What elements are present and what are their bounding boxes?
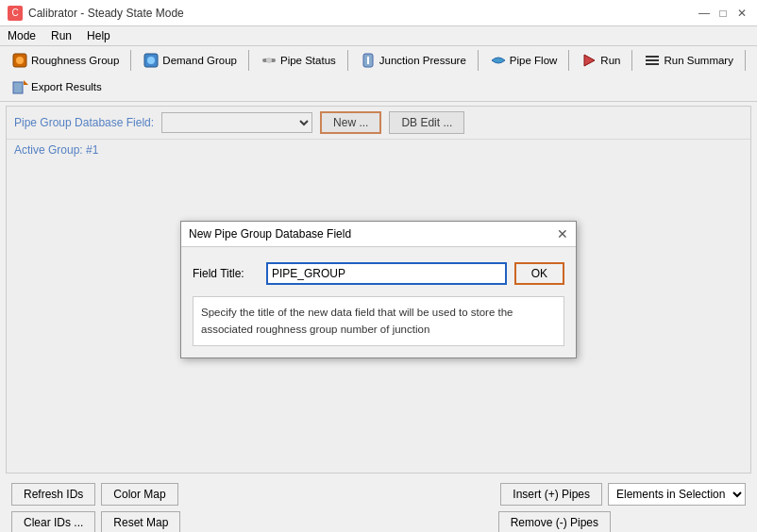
export-results-icon (11, 78, 28, 95)
roughness-group-icon (11, 52, 28, 69)
svg-rect-10 (646, 59, 659, 61)
toolbar-run[interactable]: Run (575, 49, 626, 72)
run-icon (580, 52, 597, 69)
modal-body: Field Title: OK Specify the title of the… (181, 247, 576, 357)
modal-title: New Pipe Group Database Field (189, 227, 351, 241)
bottom-row-2: Clear IDs ... Reset Map Remove (-) Pipes (6, 509, 751, 532)
modal-description: Specify the title of the new data field … (193, 296, 564, 346)
toolbar: Roughness Group Demand Group Pipe Status… (0, 46, 757, 102)
svg-rect-9 (646, 56, 659, 58)
toolbar-run-label: Run (600, 55, 620, 66)
separator-7 (745, 50, 746, 71)
refresh-ids-button[interactable]: Refresh IDs (11, 483, 95, 506)
toolbar-run-summary-label: Run Summary (664, 55, 733, 66)
demand-group-icon (143, 52, 160, 69)
modal-close-button[interactable]: ✕ (557, 226, 568, 241)
menu-run[interactable]: Run (51, 29, 72, 42)
toolbar-pipe-flow[interactable]: Pipe Flow (484, 49, 564, 72)
pipe-flow-icon (490, 52, 507, 69)
modal-ok-button[interactable]: OK (514, 262, 564, 285)
toolbar-run-summary[interactable]: Run Summary (638, 49, 739, 72)
clear-ids-button[interactable]: Clear IDs ... (11, 511, 95, 532)
remove-pipes-button[interactable]: Remove (-) Pipes (498, 511, 611, 532)
junction-pressure-icon (360, 52, 377, 69)
app-icon: C (8, 6, 23, 21)
title-bar-controls: — □ ✕ (697, 6, 749, 21)
toolbar-pipe-status-label: Pipe Status (280, 55, 336, 66)
separator-6 (631, 50, 632, 71)
separator-1 (130, 50, 131, 71)
toolbar-export-results-label: Export Results (31, 81, 102, 92)
window-title: Calibrator - Steady State Mode (28, 7, 184, 20)
separator-5 (568, 50, 569, 71)
svg-point-1 (16, 57, 24, 64)
modal-dialog: New Pipe Group Database Field ✕ Field Ti… (180, 221, 577, 358)
maximize-button[interactable]: □ (715, 6, 731, 21)
modal-field-row: Field Title: OK (193, 262, 564, 285)
svg-rect-11 (646, 63, 659, 65)
toolbar-export-results[interactable]: Export Results (6, 75, 108, 98)
title-bar: C Calibrator - Steady State Mode — □ ✕ (0, 0, 757, 26)
elements-in-selection-select[interactable]: Elements in Selection (608, 483, 746, 506)
pipe-status-icon (261, 52, 278, 69)
color-map-button[interactable]: Color Map (101, 483, 177, 506)
insert-pipes-button[interactable]: Insert (+) Pipes (500, 483, 602, 506)
modal-field-title-label: Field Title: (193, 267, 259, 280)
toolbar-roughness-group[interactable]: Roughness Group (6, 49, 125, 72)
separator-4 (478, 50, 479, 71)
menu-mode[interactable]: Mode (8, 29, 36, 42)
main-area: Pipe Group Database Field: New ... DB Ed… (6, 106, 751, 474)
toolbar-roughness-group-label: Roughness Group (31, 55, 119, 66)
modal-field-title-input[interactable] (266, 262, 507, 285)
bottom-buttons-container: Refresh IDs Color Map Insert (+) Pipes E… (0, 477, 757, 532)
title-bar-left: C Calibrator - Steady State Mode (8, 6, 184, 21)
menu-bar: Mode Run Help (0, 26, 757, 46)
svg-point-5 (266, 58, 272, 63)
svg-point-3 (147, 57, 155, 64)
toolbar-demand-group-label: Demand Group (162, 55, 237, 66)
svg-rect-12 (13, 82, 23, 93)
svg-marker-13 (24, 80, 28, 85)
modal-title-bar: New Pipe Group Database Field ✕ (181, 222, 576, 247)
modal-overlay: New Pipe Group Database Field ✕ Field Ti… (7, 107, 750, 473)
toolbar-pipe-flow-label: Pipe Flow (510, 55, 558, 66)
bottom-row-1: Refresh IDs Color Map Insert (+) Pipes E… (6, 481, 751, 507)
toolbar-junction-pressure[interactable]: Junction Pressure (354, 49, 472, 72)
toolbar-pipe-status[interactable]: Pipe Status (255, 49, 342, 72)
reset-map-button[interactable]: Reset Map (101, 511, 180, 532)
close-button[interactable]: ✕ (734, 6, 749, 21)
menu-help[interactable]: Help (87, 29, 110, 42)
separator-3 (347, 50, 348, 71)
run-summary-icon (644, 52, 661, 69)
toolbar-demand-group[interactable]: Demand Group (137, 49, 243, 72)
separator-2 (248, 50, 249, 71)
svg-marker-8 (584, 55, 595, 66)
minimize-button[interactable]: — (697, 6, 712, 21)
toolbar-junction-pressure-label: Junction Pressure (379, 55, 466, 66)
